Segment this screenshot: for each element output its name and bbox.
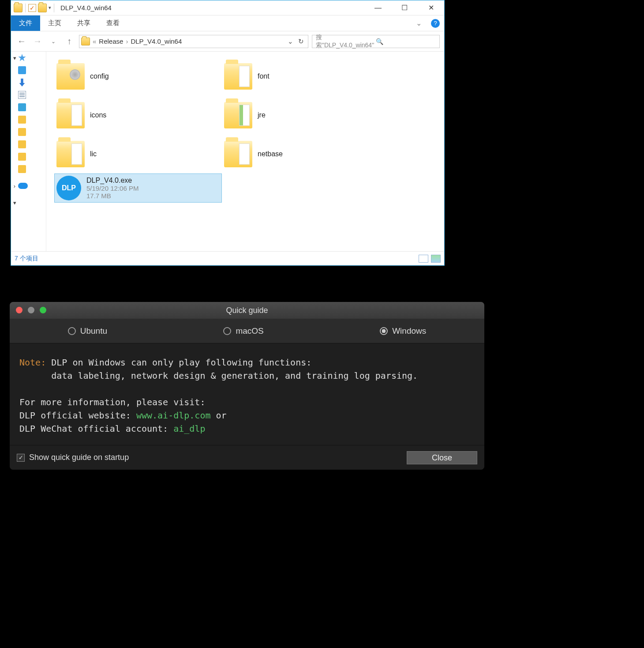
ribbon-collapse-icon[interactable]: ⌄ (411, 15, 427, 31)
traffic-lights (16, 307, 46, 313)
address-dropdown-icon[interactable]: ⌄ (285, 36, 296, 47)
quick-access-toolbar: ✓ ▾ (11, 0, 58, 15)
breadcrumb-prefix-icon: « (93, 38, 96, 45)
radio-icon (68, 327, 76, 335)
startup-checkbox[interactable]: ✓ (17, 454, 25, 462)
view-details-icon[interactable] (419, 255, 428, 263)
site-label: DLP official website: (19, 410, 136, 421)
nav-up-button[interactable]: ↑ (63, 35, 75, 48)
minimize-traffic-button[interactable] (28, 307, 34, 313)
item-label: DLP_V4.0.exe (86, 177, 139, 185)
status-bar: 7 个项目 (11, 251, 444, 265)
guide-title: Quick guide (10, 306, 484, 315)
os-tabs: Ubuntu macOS Windows (10, 319, 484, 343)
mac-titlebar: Quick guide (10, 302, 484, 319)
status-text: 7 个项目 (15, 255, 38, 263)
explorer-window: ✓ ▾ DLP_V4.0_win64 ― ☐ ✕ 文件 主页 共享 查看 ⌄ ?… (11, 0, 445, 266)
zoom-traffic-button[interactable] (40, 307, 46, 313)
item-date: 5/19/20 12:06 PM (86, 185, 139, 192)
folder-icon (81, 38, 90, 45)
folder-item-font[interactable]: font (222, 57, 389, 96)
documents-icon[interactable] (18, 91, 26, 99)
note-line1: DLP on Windows can only play following f… (51, 357, 311, 368)
folder-icon[interactable] (18, 165, 26, 173)
close-button[interactable]: ✕ (418, 0, 444, 15)
ribbon: 文件 主页 共享 查看 ⌄ ? (11, 15, 444, 31)
site-link[interactable]: www.ai-dlp.com (136, 410, 211, 421)
separator (54, 4, 54, 12)
desktop-icon[interactable] (18, 66, 26, 74)
item-label: config (90, 72, 109, 80)
folder-item-netbase[interactable]: netbase (222, 135, 389, 173)
item-label: icons (90, 111, 106, 119)
breadcrumb-root[interactable]: Release (99, 38, 123, 45)
folder-icon[interactable] (18, 128, 26, 136)
radio-selected-icon (380, 327, 388, 335)
folder-item-lic[interactable]: lic (54, 135, 222, 173)
quick-access-icon[interactable] (18, 54, 26, 62)
address-bar[interactable]: « Release › DLP_V4.0_win64 ⌄ ↻ (79, 35, 308, 48)
tab-windows[interactable]: Windows (380, 326, 426, 336)
close-traffic-button[interactable] (16, 307, 22, 313)
note-line2: data labeling, network design & generati… (51, 370, 418, 381)
nav-forward-button[interactable]: → (31, 35, 44, 48)
tab-view[interactable]: 查看 (98, 15, 127, 31)
maximize-button[interactable]: ☐ (391, 0, 418, 15)
close-button[interactable]: Close (407, 451, 477, 464)
folder-icon (224, 63, 252, 90)
pictures-icon[interactable] (18, 103, 26, 111)
item-size: 17.7 MB (86, 192, 139, 200)
tab-file[interactable]: 文件 (11, 15, 40, 31)
onedrive-icon[interactable] (18, 183, 28, 189)
help-icon[interactable]: ? (431, 19, 440, 28)
file-item-dlp-exe[interactable]: DLP DLP_V4.0.exe 5/19/20 12:06 PM 17.7 M… (54, 173, 222, 203)
qat-dropdown-icon[interactable]: ▾ (49, 5, 51, 11)
site-or: or (210, 410, 226, 421)
folder-icon (56, 102, 85, 128)
separator (25, 4, 26, 12)
address-bar-row: ← → ⌄ ↑ « Release › DLP_V4.0_win64 ⌄ ↻ 搜… (11, 31, 444, 52)
folder-icon[interactable] (18, 116, 26, 124)
new-folder-icon[interactable] (38, 4, 47, 12)
nav-recent-icon[interactable]: ⌄ (47, 35, 60, 48)
window-controls: ― ☐ ✕ (365, 0, 444, 15)
search-icon[interactable]: 🔍 (376, 38, 436, 45)
folder-icon (224, 141, 252, 167)
startup-label: Show quick guide on startup (29, 453, 129, 462)
properties-icon[interactable]: ✓ (28, 4, 36, 12)
breadcrumb-current[interactable]: DLP_V4.0_win64 (131, 38, 182, 45)
folder-icon (56, 141, 85, 167)
folder-item-icons[interactable]: icons (54, 96, 222, 135)
item-label: font (258, 72, 270, 80)
quick-guide-window: Quick guide Ubuntu macOS Windows Note: D… (10, 302, 484, 470)
minimize-button[interactable]: ― (365, 0, 391, 15)
titlebar: ✓ ▾ DLP_V4.0_win64 ― ☐ ✕ (11, 0, 444, 15)
folder-item-config[interactable]: config (54, 57, 222, 96)
folder-icon (14, 4, 22, 12)
tab-share[interactable]: 共享 (69, 15, 98, 31)
refresh-icon[interactable]: ↻ (296, 36, 306, 47)
app-icon: DLP (56, 176, 81, 200)
tab-home[interactable]: 主页 (40, 15, 69, 31)
item-label: lic (90, 150, 97, 158)
file-grid[interactable]: config font icons jre lic netba (46, 52, 444, 251)
explorer-body: ▾ › ▾ config font (11, 52, 444, 251)
guide-body: Note: DLP on Windows can only play follo… (10, 343, 484, 445)
nav-pane[interactable]: ▾ › ▾ (11, 52, 46, 251)
item-label: netbase (258, 150, 283, 158)
radio-icon (223, 327, 231, 335)
tab-macos[interactable]: macOS (223, 326, 263, 336)
window-title: DLP_V4.0_win64 (58, 4, 365, 11)
folder-icon[interactable] (18, 153, 26, 161)
nav-back-button[interactable]: ← (15, 35, 28, 48)
folder-item-jre[interactable]: jre (222, 96, 389, 135)
item-label: jre (258, 111, 266, 119)
view-thumbs-icon[interactable] (431, 255, 441, 263)
tab-ubuntu[interactable]: Ubuntu (68, 326, 107, 336)
folder-icon (56, 63, 85, 90)
search-input[interactable]: 搜索"DLP_V4.0_win64" 🔍 (312, 35, 440, 48)
folder-icon (224, 102, 252, 128)
folder-icon[interactable] (18, 140, 26, 148)
search-placeholder: 搜索"DLP_V4.0_win64" (316, 34, 376, 49)
downloads-icon[interactable] (18, 79, 26, 87)
